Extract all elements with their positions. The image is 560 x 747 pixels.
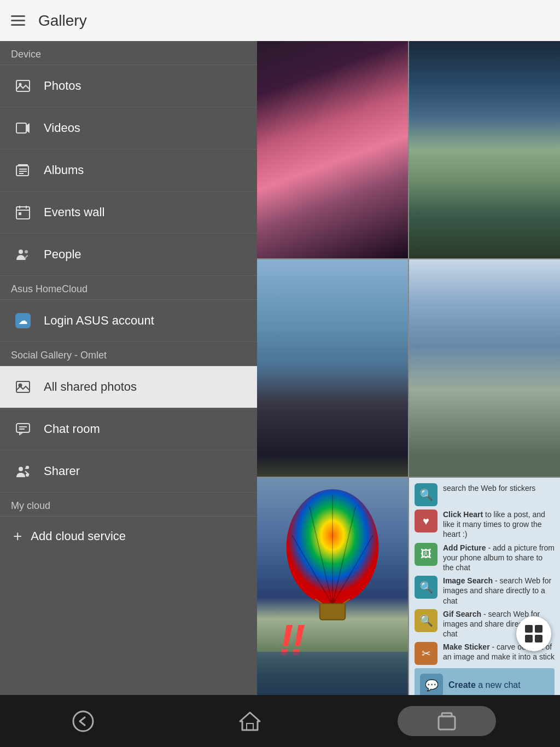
- sidebar-item-chat-room[interactable]: Chat room: [0, 408, 257, 450]
- chat-text-image-search: Image Search - search Web for images and…: [443, 576, 555, 606]
- chat-row-heart: ♥ Click Heart to like a post, and like i…: [415, 509, 555, 540]
- svg-rect-0: [16, 80, 30, 91]
- svg-rect-43: [247, 723, 253, 730]
- svg-rect-38: [535, 625, 542, 633]
- chat-icon-image-search: 🔍: [415, 576, 438, 599]
- album-icon: [13, 160, 33, 180]
- app-title: Gallery: [38, 12, 87, 30]
- svg-rect-13: [19, 212, 21, 215]
- photo-area: ‼ 🔍 search the Web for stickers ♥ Click …: [257, 41, 560, 695]
- chat-icon-add-picture: 🖼: [415, 543, 438, 566]
- chat-panel-cell: 🔍 search the Web for stickers ♥ Click He…: [409, 478, 560, 695]
- svg-point-14: [19, 250, 23, 254]
- chat-text-add-picture: Add Picture - add a picture from your ph…: [443, 543, 555, 573]
- chat-room-icon: [13, 419, 33, 439]
- chat-create-text: Create a new chat: [448, 680, 521, 690]
- section-label-device: Device: [0, 41, 257, 65]
- photo-mountain[interactable]: [409, 41, 560, 258]
- sidebar-item-all-shared-photos[interactable]: All shared photos: [0, 366, 257, 408]
- chat-create-row[interactable]: 💬 Create a new chat: [415, 668, 555, 695]
- back-icon: [71, 709, 95, 733]
- sidebar-item-videos-label: Videos: [44, 121, 80, 135]
- photo-lake[interactable]: [409, 259, 560, 477]
- svg-rect-39: [525, 635, 533, 642]
- sidebar-item-albums-label: Albums: [44, 163, 84, 177]
- photo-balloon[interactable]: ‼: [257, 478, 408, 695]
- people-icon: [13, 245, 33, 264]
- back-button[interactable]: [64, 706, 102, 736]
- sidebar-item-login-label: Login ASUS account: [44, 314, 154, 328]
- sidebar-item-photos[interactable]: Photos: [0, 65, 257, 107]
- svg-rect-44: [439, 716, 455, 729]
- svg-marker-42: [240, 713, 260, 730]
- sidebar-item-chat-room-label: Chat room: [44, 422, 100, 436]
- chat-text-heart: Click Heart to like a post, and like it …: [443, 509, 555, 540]
- svg-rect-40: [535, 635, 542, 642]
- grid-layout-button[interactable]: [516, 616, 551, 651]
- sidebar-item-shared-photos-label: All shared photos: [44, 380, 137, 394]
- video-icon: [13, 118, 33, 138]
- events-icon: [13, 202, 33, 222]
- section-label-my-cloud: My cloud: [0, 493, 257, 517]
- svg-point-23: [19, 467, 23, 471]
- topbar: Gallery: [0, 0, 560, 41]
- sidebar-item-sharer-label: Sharer: [44, 464, 80, 478]
- add-cloud-label: Add cloud service: [31, 529, 126, 543]
- sidebar-item-sharer[interactable]: Sharer: [0, 450, 257, 493]
- sharer-icon: [13, 461, 33, 481]
- home-icon: [238, 709, 262, 733]
- plus-icon: +: [13, 528, 22, 545]
- chat-create-icon: 💬: [420, 674, 443, 695]
- chat-panel: 🔍 search the Web for stickers ♥ Click He…: [409, 478, 560, 695]
- sidebar: Device Photos Videos: [0, 41, 257, 695]
- svg-rect-34: [320, 604, 345, 620]
- svg-rect-2: [16, 123, 26, 133]
- svg-text:☁: ☁: [19, 316, 27, 326]
- sidebar-item-albums[interactable]: Albums: [0, 149, 257, 192]
- chat-icon-make-sticker: ✂: [415, 642, 438, 665]
- photo-cherry-blossoms[interactable]: [257, 41, 408, 258]
- sidebar-item-people[interactable]: People: [0, 234, 257, 276]
- svg-line-26: [25, 468, 29, 468]
- chat-text-search-sticker: search the Web for stickers: [443, 483, 535, 493]
- sidebar-item-events-wall[interactable]: Events wall: [0, 192, 257, 234]
- chat-row-search-sticker: 🔍 search the Web for stickers: [415, 483, 555, 506]
- cloud-login-icon: ☁: [13, 311, 33, 331]
- svg-rect-5: [18, 164, 28, 166]
- recents-icon: [436, 712, 457, 731]
- grid-icon: [524, 624, 544, 644]
- photo-icon: [13, 76, 33, 96]
- chat-icon-search-sticker: 🔍: [415, 483, 438, 506]
- chat-icon-gif-search: 🔍: [415, 609, 438, 632]
- home-button[interactable]: [231, 706, 269, 736]
- sidebar-item-videos[interactable]: Videos: [0, 107, 257, 149]
- section-label-social: Social Gallery - Omlet: [0, 342, 257, 366]
- svg-rect-37: [525, 625, 533, 633]
- chat-icon-heart: ♥: [415, 509, 438, 532]
- section-label-asus: Asus HomeCloud: [0, 276, 257, 300]
- shared-photo-icon: [13, 377, 33, 397]
- sidebar-item-login-asus[interactable]: ☁ Login ASUS account: [0, 300, 257, 342]
- recents-button[interactable]: [398, 706, 496, 736]
- svg-rect-45: [442, 713, 452, 716]
- sidebar-item-people-label: People: [44, 247, 81, 262]
- sidebar-item-photos-label: Photos: [44, 79, 81, 93]
- bottom-navigation: [0, 695, 560, 747]
- add-cloud-service-item[interactable]: + Add cloud service: [0, 517, 257, 556]
- svg-rect-20: [16, 424, 30, 432]
- chat-row-add-picture: 🖼 Add Picture - add a picture from your …: [415, 543, 555, 573]
- svg-point-41: [73, 711, 93, 731]
- hamburger-menu-icon[interactable]: [11, 15, 25, 26]
- photo-dock[interactable]: [257, 259, 408, 477]
- photo-grid: ‼ 🔍 search the Web for stickers ♥ Click …: [257, 41, 560, 695]
- main-content: Device Photos Videos: [0, 41, 560, 695]
- chat-row-image-search: 🔍 Image Search - search Web for images a…: [415, 576, 555, 606]
- sidebar-item-events-label: Events wall: [44, 205, 104, 219]
- svg-point-15: [25, 250, 28, 253]
- svg-rect-18: [16, 381, 30, 392]
- svg-rect-9: [16, 207, 30, 219]
